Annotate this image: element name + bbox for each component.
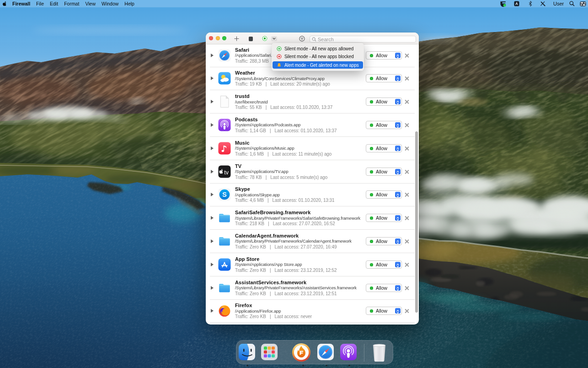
svg-text:A: A (515, 2, 518, 6)
svg-text:tv: tv (224, 169, 229, 175)
svg-text:S: S (222, 191, 227, 199)
